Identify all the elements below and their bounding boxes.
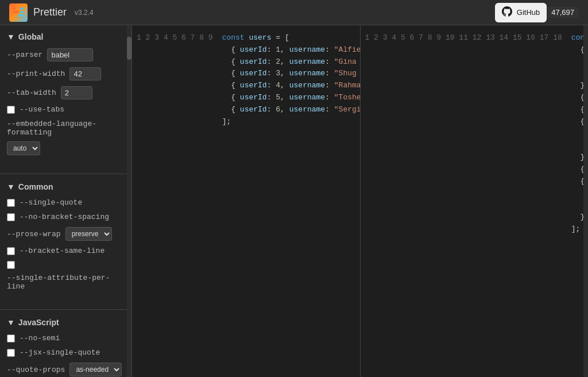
- code-area: 1 2 3 4 5 6 7 8 9 const users = [ { user…: [132, 25, 588, 377]
- print-width-label: --print-width: [7, 70, 65, 78]
- prose-wrap-option: --prose-wrap preserve always never: [7, 227, 125, 241]
- bracket-same-line-checkbox[interactable]: [7, 247, 15, 255]
- quote-props-option: --quote-props as-needed always consisten…: [7, 363, 125, 376]
- use-tabs-checkbox[interactable]: [7, 106, 15, 114]
- github-icon: [502, 6, 512, 19]
- prose-wrap-label: --prose-wrap: [7, 230, 61, 238]
- right-code-panel: 1 2 3 4 5 6 7 8 9 10 11 12 13 14 15 16 1…: [361, 25, 589, 377]
- tab-width-input[interactable]: [61, 86, 92, 99]
- svg-rect-3: [13, 11, 19, 13]
- tab-width-option: --tab-width: [7, 86, 125, 99]
- left-line-numbers: 1 2 3 4 5 6 7 8 9: [132, 25, 218, 377]
- bracket-same-line-option: --bracket-same-line: [7, 247, 125, 255]
- quote-props-select[interactable]: as-needed always consistent preserve: [69, 363, 122, 376]
- no-semi-label: --no-semi: [20, 334, 60, 343]
- app-version: v3.2.4: [75, 9, 94, 17]
- single-attr-checkbox[interactable]: [7, 261, 15, 269]
- print-width-option: --print-width: [7, 67, 125, 80]
- svg-rect-6: [18, 14, 24, 17]
- no-bracket-spacing-option: --no-bracket-spacing: [7, 213, 125, 221]
- parser-label: --parser: [7, 51, 42, 59]
- javascript-section-title: ▼ JavaScript: [7, 318, 125, 327]
- right-line-numbers: 1 2 3 4 5 6 7 8 9 10 11 12 13 14 15 16 1…: [361, 25, 567, 377]
- github-count: 47,697: [547, 7, 579, 18]
- svg-rect-2: [20, 7, 24, 10]
- prettier-logo-icon: [9, 3, 28, 22]
- right-panel-scrollbar[interactable]: [583, 25, 588, 377]
- sidebar-scrollbar-thumb[interactable]: [127, 37, 131, 60]
- single-attr-option: --single-attribute-per-line: [7, 261, 125, 291]
- left-code-panel: 1 2 3 4 5 6 7 8 9 const users = [ { user…: [132, 25, 361, 377]
- parser-input[interactable]: [47, 48, 93, 61]
- no-bracket-spacing-checkbox[interactable]: [7, 213, 15, 221]
- embedded-lang-label: --embedded-language-formatting: [7, 120, 125, 137]
- single-quote-label: --single-quote: [20, 198, 82, 207]
- common-section: ▼ Common --single-quote --no-bracket-spa…: [0, 182, 131, 306]
- bracket-same-line-label: --bracket-same-line: [20, 247, 105, 255]
- use-tabs-label: --use-tabs: [20, 105, 64, 114]
- right-code-content[interactable]: const users = [ { userId: 1, username: "…: [567, 25, 583, 377]
- quote-props-label: --quote-props: [7, 366, 65, 374]
- global-arrow-icon: ▼: [7, 32, 15, 41]
- no-bracket-spacing-label: --no-bracket-spacing: [20, 213, 109, 221]
- single-quote-option: --single-quote: [7, 198, 125, 207]
- javascript-arrow-icon: ▼: [7, 318, 15, 327]
- svg-rect-4: [20, 11, 24, 13]
- app-title: Prettier: [33, 6, 67, 18]
- prose-wrap-select[interactable]: preserve always never: [65, 227, 112, 241]
- left-code-content[interactable]: const users = [ { userId: 1, username: "…: [218, 25, 360, 377]
- sidebar: ▼ Global --parser --print-width --tab-wi…: [0, 25, 132, 377]
- single-attr-label: --single-attribute-per-line: [7, 274, 125, 291]
- jsx-single-quote-checkbox[interactable]: [7, 349, 15, 357]
- global-section-title: ▼ Global: [7, 32, 125, 41]
- main-area: ▼ Global --parser --print-width --tab-wi…: [0, 25, 588, 377]
- single-quote-checkbox[interactable]: [7, 199, 15, 207]
- javascript-section: ▼ JavaScript --no-semi --jsx-single-quot…: [0, 318, 131, 377]
- app-logo: Prettier v3.2.4: [9, 3, 94, 22]
- common-arrow-icon: ▼: [7, 182, 15, 191]
- sidebar-scrollbar-track: [127, 25, 131, 377]
- svg-rect-1: [17, 7, 19, 10]
- parser-option: --parser: [7, 48, 125, 61]
- svg-rect-5: [13, 14, 17, 17]
- app-header: Prettier v3.2.4 GitHub 47,697: [0, 0, 588, 25]
- print-width-input[interactable]: [69, 67, 101, 80]
- embedded-lang-option: --embedded-language-formatting auto off: [7, 120, 125, 155]
- jsx-single-quote-option: --jsx-single-quote: [7, 348, 125, 357]
- github-label: GitHub: [517, 8, 540, 17]
- no-semi-checkbox[interactable]: [7, 334, 15, 343]
- svg-rect-0: [13, 7, 16, 10]
- use-tabs-option: --use-tabs: [7, 105, 125, 114]
- tab-width-label: --tab-width: [7, 89, 56, 97]
- global-section: ▼ Global --parser --print-width --tab-wi…: [0, 32, 131, 170]
- jsx-single-quote-label: --jsx-single-quote: [20, 348, 100, 357]
- github-button[interactable]: GitHub: [495, 3, 547, 22]
- embedded-lang-select[interactable]: auto off: [7, 141, 40, 155]
- common-section-title: ▼ Common: [7, 182, 125, 191]
- no-semi-option: --no-semi: [7, 334, 125, 343]
